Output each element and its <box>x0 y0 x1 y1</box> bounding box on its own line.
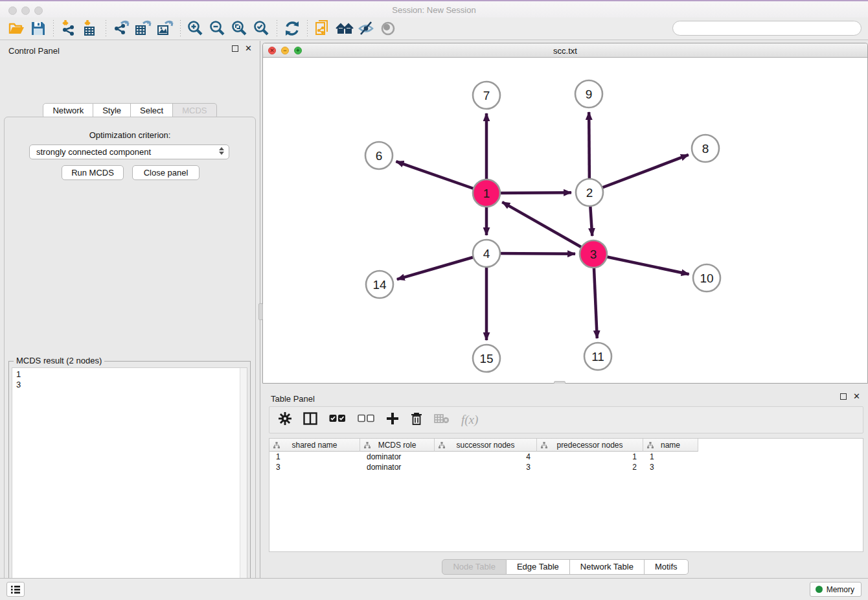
float-panel-icon[interactable] <box>232 45 238 52</box>
float-panel-icon[interactable] <box>840 393 847 400</box>
mcds-result-area[interactable]: 1 3 <box>12 367 247 600</box>
task-history-button[interactable] <box>6 582 25 597</box>
node-table[interactable]: shared nameMCDS rolesuccessor nodesprede… <box>269 438 863 552</box>
mcds-result-group: MCDS result (2 nodes) 1 3 <box>8 361 251 600</box>
delete-table-icon <box>434 413 450 426</box>
close-panel-icon[interactable]: ✕ <box>245 45 252 52</box>
graph-node-label-10: 10 <box>700 271 713 285</box>
toolbar-separator <box>277 20 277 37</box>
table-cell[interactable]: 3 <box>269 462 360 472</box>
deselect-all-columns-icon[interactable] <box>358 414 374 426</box>
graph-edge-3-1[interactable] <box>502 202 593 254</box>
control-panel: Control Panel ✕ Network Style Select MCD… <box>0 41 260 578</box>
zoom-in-icon[interactable] <box>185 19 207 38</box>
function-builder-icon: f(x) <box>461 413 478 427</box>
zoom-selected-icon[interactable] <box>251 19 273 38</box>
graph-node-label-1: 1 <box>483 187 490 200</box>
graph-node-label-15: 15 <box>479 352 493 365</box>
memory-button[interactable]: Memory <box>810 582 862 597</box>
export-table-icon[interactable] <box>132 19 154 38</box>
delete-column-icon[interactable] <box>411 412 422 428</box>
export-image-icon[interactable] <box>154 19 176 38</box>
graph-node-label-7: 7 <box>483 89 490 102</box>
graph-node-label-8: 8 <box>702 142 709 156</box>
table-settings-gear-icon[interactable] <box>279 412 291 428</box>
result-scrollbar[interactable] <box>240 368 247 600</box>
apply-layout-icon[interactable] <box>281 19 303 38</box>
table-cell[interactable]: 4 <box>435 452 537 462</box>
graph-node-label-2: 2 <box>586 186 593 200</box>
export-network-icon[interactable] <box>110 19 132 38</box>
table-cell[interactable]: 3 <box>643 462 698 472</box>
criterion-select[interactable]: strongly connected component <box>29 144 229 159</box>
create-column-icon[interactable] <box>386 412 399 428</box>
table-cell[interactable]: 2 <box>537 462 643 472</box>
graph-node-label-3: 3 <box>590 248 597 261</box>
close-panel-icon[interactable]: ✕ <box>853 393 860 400</box>
network-graph-canvas[interactable]: 7968124314101511 <box>263 58 867 383</box>
table-row[interactable]: 3dominator323 <box>269 462 863 472</box>
splitter-grip-vertical[interactable] <box>258 303 263 320</box>
open-session-icon[interactable] <box>5 19 27 38</box>
table-cell[interactable]: dominator <box>360 462 435 472</box>
column-header-successor-nodes[interactable]: successor nodes <box>435 439 537 452</box>
graph-node-label-9: 9 <box>586 87 593 101</box>
table-panel-tabs: Node Table Edge Table Network Table Moti… <box>262 559 868 575</box>
home-networks-icon[interactable] <box>334 19 356 38</box>
graph-node-label-6: 6 <box>376 149 383 163</box>
graph-edge-2-8[interactable] <box>589 155 689 192</box>
clone-network-icon[interactable] <box>312 19 334 38</box>
column-header-predecessor-nodes[interactable]: predecessor nodes <box>537 439 643 452</box>
zoom-fit-icon[interactable] <box>229 19 251 38</box>
status-bar: Memory <box>0 578 868 600</box>
memory-label: Memory <box>827 585 854 594</box>
table-panel-title: Table Panel <box>271 394 315 404</box>
control-panel-header: Control Panel ✕ <box>0 41 260 59</box>
main-toolbar <box>0 17 868 40</box>
window-titlebar: Session: New Session <box>0 0 868 17</box>
run-mcds-button[interactable]: Run MCDS <box>62 165 124 180</box>
network-view-window: ✕ − + scc.txt 7968124314101511 <box>262 43 868 384</box>
table-body: 1dominator4113dominator323 <box>269 452 863 472</box>
tab-edge-table[interactable]: Edge Table <box>507 559 570 575</box>
table-panel-header: Table Panel ✕ <box>262 389 868 407</box>
hide-selected-icon[interactable] <box>356 19 378 38</box>
table-cell[interactable]: 3 <box>435 462 537 472</box>
graph-edge-3-10[interactable] <box>593 254 689 274</box>
select-chevrons-icon <box>219 147 224 155</box>
optimization-criterion-label: Optimization criterion: <box>5 130 255 140</box>
mcds-result-title: MCDS result (2 nodes) <box>14 356 104 365</box>
table-panel: Table Panel ✕ f(x) shared nameMCDS r <box>262 384 868 578</box>
zoom-out-icon[interactable] <box>207 19 229 38</box>
column-header-MCDS-role[interactable]: MCDS role <box>360 439 435 452</box>
table-row[interactable]: 1dominator411 <box>269 452 863 462</box>
table-cell[interactable]: 1 <box>537 452 643 462</box>
table-toolbar: f(x) <box>269 406 863 433</box>
table-header-row: shared nameMCDS rolesuccessor nodesprede… <box>269 439 863 452</box>
table-cell[interactable]: 1 <box>643 452 698 462</box>
table-cell[interactable]: dominator <box>360 452 435 462</box>
column-header-shared-name[interactable]: shared name <box>269 439 360 452</box>
network-view-title: scc.txt <box>263 46 867 56</box>
network-view-titlebar[interactable]: ✕ − + scc.txt <box>263 43 867 58</box>
table-cell[interactable]: 1 <box>269 452 360 462</box>
tab-motifs[interactable]: Motifs <box>645 559 689 575</box>
mcds-result-text: 1 3 <box>16 369 21 390</box>
graph-node-label-14: 14 <box>372 278 387 292</box>
graph-node-label-4: 4 <box>483 247 490 260</box>
tab-node-table[interactable]: Node Table <box>442 559 507 575</box>
toggle-column-panel-icon[interactable] <box>303 412 317 428</box>
toolbar-separator <box>307 20 308 37</box>
import-table-icon[interactable] <box>80 19 102 38</box>
close-panel-button[interactable]: Close panel <box>132 165 200 180</box>
save-session-icon[interactable] <box>27 19 49 38</box>
import-network-icon[interactable] <box>58 19 80 38</box>
select-all-columns-icon[interactable] <box>329 414 346 426</box>
mcds-pane: Optimization criterion: strongly connect… <box>4 117 256 600</box>
toolbar-separator <box>180 20 181 37</box>
column-header-name[interactable]: name <box>643 439 698 452</box>
show-hidden-icon[interactable] <box>378 19 400 38</box>
tab-network-table[interactable]: Network Table <box>570 559 645 575</box>
search-input[interactable] <box>672 21 862 36</box>
graph-node-label-11: 11 <box>591 350 604 363</box>
